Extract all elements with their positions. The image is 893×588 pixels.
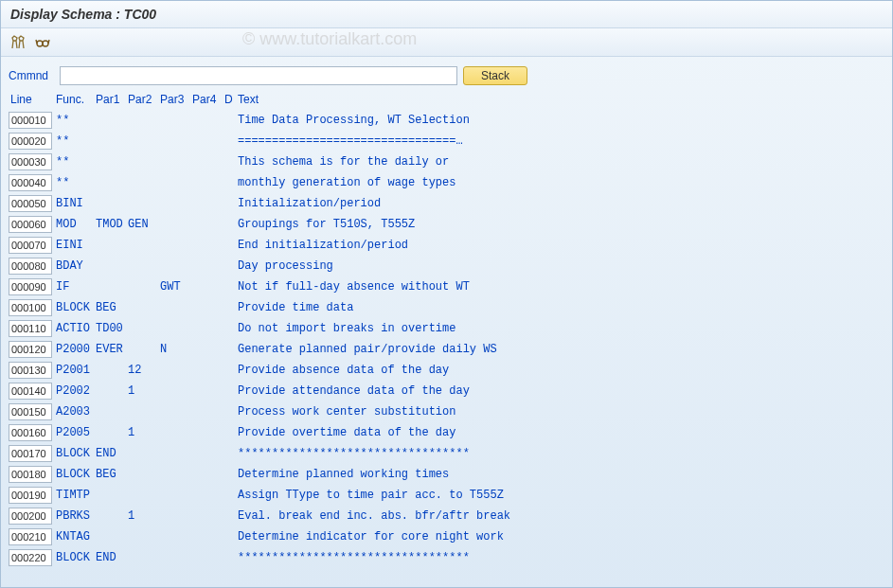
cell-text: Assign TType to time pair acc. to T555Z [238,489,884,502]
cell-func: IF [56,280,96,294]
cell-func: KNTAG [56,530,96,543]
cell-text: Eval. break end inc. abs. bfr/aftr break [238,509,884,523]
line-number-input[interactable] [9,383,52,400]
cell-text: monthly generation of wage types [238,176,884,189]
header-text: Text [238,93,884,106]
cell-text: Time Data Processing, WT Selection [238,114,884,127]
cell-func: P2001 [56,364,96,377]
cell-func: BLOCK [56,468,96,481]
cell-func: BLOCK [56,551,96,564]
cell-par1: END [96,447,128,460]
line-number-input[interactable] [9,174,52,191]
table-row: **Time Data Processing, WT Selection [9,110,884,131]
command-input[interactable] [60,66,457,85]
cell-text: Groupings for T510S, T555Z [238,218,884,231]
cell-par1: TMOD [96,218,128,231]
table-row: P20021Provide attendance data of the day [9,381,884,401]
line-number-input[interactable] [9,299,52,316]
line-number-input[interactable] [9,549,52,566]
cell-text: Determine planned working times [238,468,884,481]
header-par4: Par4 [192,93,224,106]
page-title: Display Schema : TC00 [10,7,156,22]
content-area: Cmmnd Stack Line Func. Par1 Par2 Par3 Pa… [1,57,892,578]
line-number-input[interactable] [9,528,52,545]
line-number-input[interactable] [9,341,52,358]
line-number-input[interactable] [9,424,52,441]
table-row: BLOCKBEGDetermine planned working times [9,464,884,485]
table-row: EINIEnd initialization/period [9,235,884,256]
cell-par1: BEG [96,301,128,314]
stack-button[interactable]: Stack [463,66,527,85]
table-row: **monthly generation of wage types [9,172,884,193]
edit-icon[interactable] [9,33,27,52]
cell-par1: EVER [96,343,128,356]
table-row: BDAYDay processing [9,256,884,276]
cell-func: TIMTP [56,489,96,502]
cell-par1: TD00 [96,322,128,335]
cell-par2: 1 [128,384,160,398]
line-number-input[interactable] [9,216,52,233]
cell-func: P2005 [56,426,96,439]
line-number-input[interactable] [9,403,52,420]
line-number-input[interactable] [9,278,52,295]
table-row: BLOCKEND********************************… [9,443,884,464]
table-row: P200112Provide absence data of the day [9,360,884,381]
table-row: TIMTPAssign TType to time pair acc. to T… [9,485,884,506]
glasses-icon[interactable] [33,33,52,52]
cell-text: Provide attendance data of the day [238,384,884,398]
line-number-input[interactable] [9,112,52,129]
cell-func: A2003 [56,405,96,419]
cell-func: BINI [56,197,96,210]
header-par2: Par2 [128,93,160,106]
table-row: **This schema is for the daily or [9,151,884,172]
line-number-input[interactable] [9,466,52,483]
cell-func: PBRKS [56,509,96,523]
table-row: BLOCKEND********************************… [9,547,884,568]
line-number-input[interactable] [9,195,52,212]
cell-text: Determine indicator for core night work [238,530,884,543]
cell-text: Day processing [238,259,884,273]
svg-point-0 [37,41,43,46]
cell-par2: GEN [128,218,160,231]
cell-text: End initialization/period [238,239,884,252]
line-number-input[interactable] [9,258,52,275]
cell-func: P2002 [56,384,96,398]
line-number-input[interactable] [9,487,52,504]
table-row: IFGWTNot if full-day absence without WT [9,276,884,297]
cell-text: Do not import breaks in overtime [238,322,884,335]
cell-func: BLOCK [56,301,96,314]
column-headers: Line Func. Par1 Par2 Par3 Par4 D Text [9,91,884,108]
cell-text: ================================… [238,134,884,148]
cell-text: Not if full-day absence without WT [238,280,884,294]
cell-func: EINI [56,239,96,252]
cell-text: Provide overtime data of the day [238,426,884,439]
line-number-input[interactable] [9,237,52,254]
svg-point-1 [43,41,48,46]
cell-par1: END [96,551,128,564]
title-bar: Display Schema : TC00 [1,1,892,28]
table-row: P20051Provide overtime data of the day [9,422,884,443]
header-d: D [224,93,238,106]
line-number-input[interactable] [9,153,52,170]
line-number-input[interactable] [9,445,52,462]
cell-text: ********************************** [238,551,884,564]
cell-par3: GWT [160,280,192,294]
cell-func: BLOCK [56,447,96,460]
cell-par2: 1 [128,426,160,439]
cell-text: Provide time data [238,301,884,314]
line-number-input[interactable] [9,508,52,525]
line-number-input[interactable] [9,133,52,150]
cell-func: ** [56,155,96,169]
cell-func: ACTIO [56,322,96,335]
table-row: BINIInitialization/period [9,193,884,214]
cell-par3: N [160,343,192,356]
line-number-input[interactable] [9,320,52,337]
table-row: A2003Process work center substitution [9,401,884,422]
cell-par1: BEG [96,468,128,481]
cell-text: Initialization/period [238,197,884,210]
cell-func: MOD [56,218,96,231]
cell-func: P2000 [56,343,96,356]
cell-text: Provide absence data of the day [238,364,884,377]
line-number-input[interactable] [9,362,52,379]
cell-func: BDAY [56,259,96,273]
